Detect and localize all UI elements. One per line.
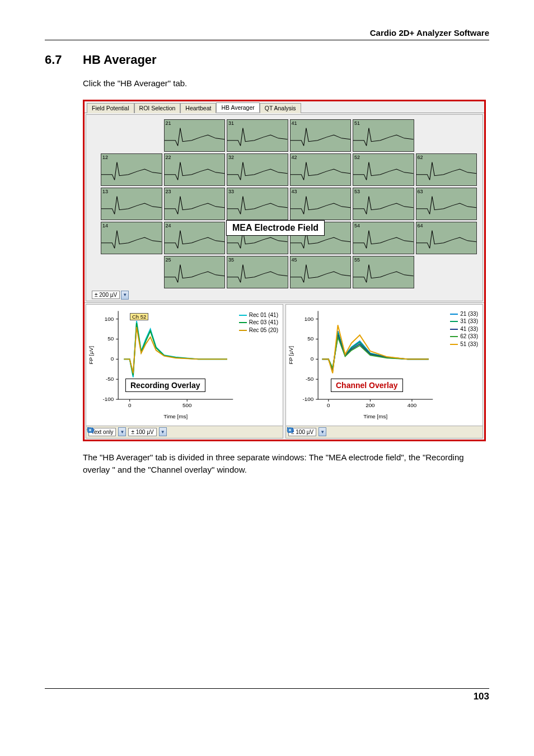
header-rule: [45, 40, 489, 40]
svg-text:400: 400: [407, 402, 417, 408]
left-mode-dropdown[interactable]: ▼: [118, 427, 126, 436]
settings-gear-icon[interactable]: [340, 427, 349, 436]
electrode-cell-43[interactable]: 43: [290, 188, 352, 220]
channel-overlay-label: Channel Overlay: [331, 379, 403, 392]
electrode-cell-33[interactable]: 33: [227, 188, 288, 220]
tab-strip: Field Potential ROI Selection Heartbeat …: [85, 101, 484, 113]
svg-text:0: 0: [311, 356, 314, 362]
svg-text:Time [ms]: Time [ms]: [363, 413, 387, 419]
section-title: HB Averager: [83, 53, 157, 67]
electrode-cell-25[interactable]: 25: [164, 256, 226, 288]
tab-qt-analysis[interactable]: QT Analysis: [260, 103, 301, 113]
electrode-cell-52[interactable]: 52: [353, 153, 414, 186]
svg-text:50: 50: [307, 335, 313, 342]
outro-paragraph: The "HB Averager" tab is divided in thre…: [83, 451, 489, 476]
electrode-cell-35[interactable]: 35: [227, 256, 288, 288]
right-toolbar: ± 100 µV ▼: [286, 426, 483, 438]
channel-overlay-panel: 100500-50-1000200400Time [ms]FP [µV] Cha…: [285, 304, 483, 438]
tab-roi-selection[interactable]: ROI Selection: [134, 103, 181, 113]
electrode-cell-14[interactable]: 14: [101, 222, 162, 254]
section-number: 6.7: [45, 53, 72, 67]
recording-overlay-label: Recording Overlay: [125, 379, 205, 392]
svg-point-41: [289, 429, 291, 431]
left-yscale-dropdown[interactable]: ▼: [159, 427, 167, 436]
app-screenshot: Field Potential ROI Selection Heartbeat …: [83, 100, 486, 441]
svg-text:200: 200: [366, 402, 375, 408]
electrode-cell-54[interactable]: 54: [353, 222, 414, 254]
electrode-cell-51[interactable]: 51: [353, 119, 414, 152]
running-header: Cardio 2D+ Analyzer Software: [45, 28, 489, 38]
right-yscale-dropdown[interactable]: ▼: [318, 427, 326, 436]
recording-overlay-legend: Rec 01 (41)Rec 03 (41)Rec 05 (20): [239, 311, 278, 334]
svg-text:500: 500: [182, 402, 192, 408]
svg-text:FP [µV]: FP [µV]: [88, 346, 94, 364]
electrode-cell-23[interactable]: 23: [164, 188, 226, 220]
svg-text:100: 100: [305, 315, 314, 321]
mea-electrode-field: MEA Electrode Field 21314151122232425262…: [86, 114, 483, 301]
electrode-cell-13[interactable]: 13: [101, 188, 162, 220]
svg-text:0: 0: [327, 402, 330, 408]
channel-badge: Ch 52: [130, 313, 148, 320]
svg-text:0: 0: [111, 356, 114, 362]
electrode-cell-21[interactable]: 21: [164, 119, 226, 152]
mea-yscale-dropdown[interactable]: ▼: [121, 291, 129, 300]
svg-text:0: 0: [128, 402, 132, 408]
electrode-cell-31[interactable]: 31: [227, 119, 288, 152]
svg-text:-50: -50: [306, 376, 314, 382]
left-toolbar: Text only ▼ ± 100 µV ▼: [86, 426, 283, 438]
footer-rule: [45, 688, 489, 689]
mea-yscale-readout: ± 200 µV: [92, 291, 120, 299]
mea-callout-label: MEA Electrode Field: [226, 220, 325, 236]
electrode-cell-63[interactable]: 63: [416, 188, 477, 220]
electrode-cell-32[interactable]: 32: [227, 153, 288, 186]
electrode-cell-53[interactable]: 53: [353, 188, 414, 220]
channel-overlay-legend: 21 (33)31 (33)41 (33)62 (33)51 (33): [450, 310, 478, 348]
svg-point-19: [89, 429, 91, 431]
waveform-icon[interactable]: [169, 427, 178, 436]
electrode-cell-22[interactable]: 22: [164, 153, 226, 186]
tab-hb-averager[interactable]: HB Averager: [216, 102, 259, 113]
electrode-cell-45[interactable]: 45: [290, 256, 352, 288]
recording-overlay-panel: 100500-50-1000500Time [ms]FP [µV] Record…: [86, 304, 283, 438]
page-number: 103: [45, 691, 489, 702]
svg-text:-100: -100: [303, 396, 314, 402]
electrode-cell-24[interactable]: 24: [164, 222, 226, 254]
settings-gear-icon[interactable]: [191, 427, 200, 436]
undo-icon[interactable]: [180, 427, 189, 436]
svg-text:FP [µV]: FP [µV]: [288, 346, 294, 364]
svg-text:100: 100: [105, 315, 114, 321]
svg-text:-100: -100: [103, 396, 114, 402]
svg-text:Time [ms]: Time [ms]: [163, 413, 188, 419]
electrode-cell-12[interactable]: 12: [101, 153, 162, 186]
intro-paragraph: Click the "HB Averager" tab.: [83, 77, 489, 90]
electrode-cell-41[interactable]: 41: [290, 119, 352, 152]
electrode-cell-64[interactable]: 64: [416, 222, 477, 254]
electrode-cell-42[interactable]: 42: [290, 153, 352, 186]
svg-text:-50: -50: [106, 376, 114, 382]
electrode-cell-62[interactable]: 62: [416, 153, 477, 186]
tab-field-potential[interactable]: Field Potential: [87, 103, 134, 113]
left-yscale-readout: ± 100 µV: [128, 428, 156, 436]
undo-icon[interactable]: [329, 427, 338, 436]
electrode-cell-55[interactable]: 55: [353, 256, 414, 288]
tab-heartbeat[interactable]: Heartbeat: [180, 103, 216, 113]
svg-text:50: 50: [107, 335, 114, 342]
